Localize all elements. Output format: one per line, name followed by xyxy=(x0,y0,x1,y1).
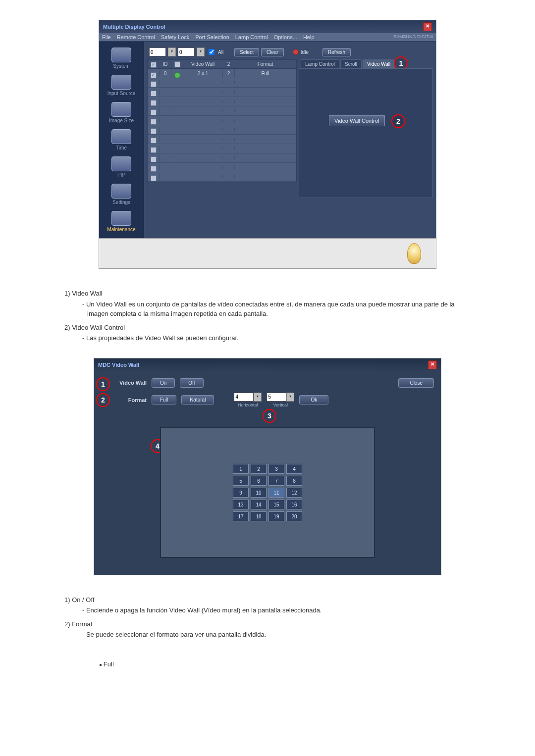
clear-button[interactable]: Clear xyxy=(261,48,284,56)
tile-20[interactable]: 20 xyxy=(286,511,302,521)
sidebar-item-system[interactable]: System xyxy=(99,45,144,72)
menu-options[interactable]: Options... xyxy=(274,34,297,40)
row-check[interactable] xyxy=(151,100,157,106)
tile-3[interactable]: 3 xyxy=(268,464,284,474)
row-videowall xyxy=(183,109,223,112)
close-button[interactable]: Close xyxy=(398,378,434,388)
row-check[interactable] xyxy=(151,81,157,87)
menu-remote-control[interactable]: Remote Control xyxy=(117,34,155,40)
desc1-title-1: 1) Video Wall xyxy=(64,289,471,299)
select-button[interactable]: Select xyxy=(234,48,259,56)
tile-17[interactable]: 17 xyxy=(233,511,249,521)
row-check[interactable] xyxy=(151,147,157,153)
row-check[interactable] xyxy=(151,166,157,172)
table-row[interactable] xyxy=(148,116,296,125)
sidebar-item-time[interactable]: Time xyxy=(99,126,144,153)
tile-8[interactable]: 8 xyxy=(286,476,302,486)
tile-19[interactable]: 19 xyxy=(268,511,284,521)
table-row[interactable] xyxy=(148,144,296,153)
sidebar-item-pip[interactable]: PIP xyxy=(99,153,144,181)
row-check[interactable] xyxy=(151,119,157,125)
off-button[interactable]: Off xyxy=(180,378,203,388)
tile-12[interactable]: 12 xyxy=(286,488,302,498)
menu-help[interactable]: Help xyxy=(303,34,315,40)
tile-9[interactable]: 9 xyxy=(233,488,249,498)
tab-video-wall[interactable]: Video Wall xyxy=(363,59,395,68)
row-id xyxy=(160,81,171,84)
tile-18[interactable]: 18 xyxy=(251,511,267,521)
row-check[interactable] xyxy=(151,128,157,134)
row-videowall xyxy=(183,81,223,84)
all-checkbox[interactable] xyxy=(209,49,214,55)
ok-button[interactable]: Ok xyxy=(299,395,328,404)
full-button[interactable]: Full xyxy=(152,395,176,404)
close-icon[interactable]: ✕ xyxy=(423,22,432,31)
row-check[interactable] xyxy=(151,175,157,181)
video-wall-control-button[interactable]: Video Wall Control xyxy=(329,115,385,126)
dialog-title: MDC Video Wall xyxy=(98,362,139,368)
menu-lamp-control[interactable]: Lamp Control xyxy=(235,34,268,40)
dropdown-arrow-icon[interactable]: ▾ xyxy=(286,393,294,402)
menu-file[interactable]: File xyxy=(102,34,111,40)
format-label: Format xyxy=(117,397,147,403)
check-all[interactable]: ✓ xyxy=(151,62,157,68)
tile-14[interactable]: 14 xyxy=(251,500,267,509)
table-row[interactable] xyxy=(148,78,296,88)
row-two xyxy=(223,81,235,84)
sidebar-item-input-source[interactable]: Input Source xyxy=(99,72,144,99)
tabs-row: Lamp Control Scroll Video Wall 1 xyxy=(299,59,433,68)
dropdown-arrow-icon[interactable]: ▾ xyxy=(197,48,205,56)
row-check[interactable] xyxy=(151,91,157,97)
on-button[interactable]: On xyxy=(152,378,175,388)
row-two xyxy=(223,147,235,150)
tile-2[interactable]: 2 xyxy=(251,464,267,474)
tile-15[interactable]: 15 xyxy=(268,500,284,509)
sidebar-item-image-size[interactable]: Image Size xyxy=(99,99,144,126)
row-check[interactable] xyxy=(151,156,157,162)
close-icon[interactable]: ✕ xyxy=(428,360,437,369)
row-check[interactable]: ✓ xyxy=(151,72,157,78)
desc1-title-2: 2) Video Wall Control xyxy=(64,323,471,333)
tile-4[interactable]: 4 xyxy=(286,464,302,474)
horizontal-input[interactable] xyxy=(234,393,254,402)
menu-safety-lock[interactable]: Safety Lock xyxy=(161,34,189,40)
table-row[interactable]: ✓02 x 12Full xyxy=(148,69,296,78)
row-two xyxy=(223,166,235,169)
tab-lamp-control[interactable]: Lamp Control xyxy=(301,59,339,68)
tile-11[interactable]: 11 xyxy=(268,488,284,498)
table-row[interactable] xyxy=(148,106,296,116)
natural-button[interactable]: Natural xyxy=(181,395,214,404)
vertical-input[interactable] xyxy=(267,393,286,402)
table-row[interactable] xyxy=(148,97,296,106)
row-check[interactable] xyxy=(151,109,157,115)
table-row[interactable] xyxy=(148,88,296,97)
tile-6[interactable]: 6 xyxy=(251,476,267,486)
dropdown-arrow-icon[interactable]: ▾ xyxy=(254,393,262,402)
system-icon xyxy=(111,48,131,62)
table-row[interactable] xyxy=(148,153,296,163)
table-row[interactable] xyxy=(148,135,296,144)
row-check[interactable] xyxy=(151,138,157,144)
sidebar-item-settings[interactable]: Settings xyxy=(99,181,144,208)
tile-16[interactable]: 16 xyxy=(286,500,302,509)
refresh-button[interactable]: Refresh xyxy=(322,48,351,56)
tile-13[interactable]: 13 xyxy=(233,500,249,509)
tile-1[interactable]: 1 xyxy=(233,464,249,474)
row-id xyxy=(160,119,171,122)
spinner-1[interactable] xyxy=(149,48,166,56)
display-grid: ✓ ID Video Wall 2 Format ✓02 x 12Full xyxy=(147,59,297,182)
tab-scroll[interactable]: Scroll xyxy=(340,59,362,68)
table-row[interactable] xyxy=(148,163,296,172)
tile-10[interactable]: 10 xyxy=(251,488,267,498)
table-row[interactable] xyxy=(148,125,296,135)
tile-5[interactable]: 5 xyxy=(233,476,249,486)
tile-7[interactable]: 7 xyxy=(268,476,284,486)
menu-port-selection[interactable]: Port Selection xyxy=(195,34,229,40)
spinner-2[interactable] xyxy=(178,48,195,56)
dropdown-arrow-icon[interactable]: ▾ xyxy=(168,48,176,56)
sidebar-item-maintenance[interactable]: Maintenance xyxy=(99,208,144,235)
row-id xyxy=(160,138,171,141)
callout-2: 2 xyxy=(96,393,110,407)
all-label: All xyxy=(218,50,223,55)
table-row[interactable] xyxy=(148,172,296,182)
